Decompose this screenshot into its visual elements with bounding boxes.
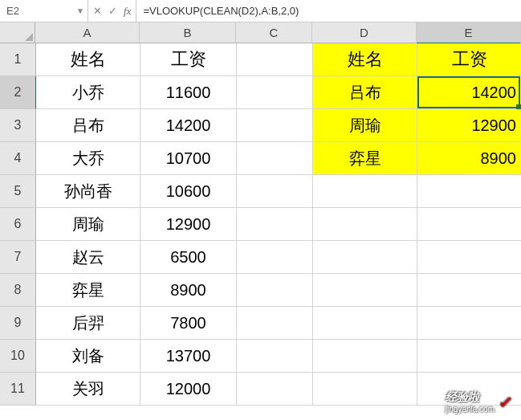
column-headers: A B C D E xyxy=(35,22,521,43)
cell-D11[interactable] xyxy=(313,373,417,406)
table-row: 周瑜 12900 xyxy=(36,208,521,241)
row-header-1[interactable]: 1 xyxy=(0,43,36,76)
name-box[interactable]: E2 ▼ xyxy=(0,0,88,22)
formula-text: =VLOOKUP(CLEAN(D2),A:B,2,0) xyxy=(143,5,299,17)
cell-B11[interactable]: 12000 xyxy=(140,373,237,406)
row-header-3[interactable]: 3 xyxy=(0,109,36,142)
cells-area[interactable]: 姓名 工资 姓名 工资 小乔 11600 吕布 14200 吕布 14200 周… xyxy=(36,43,521,406)
cell-A7[interactable]: 赵云 xyxy=(36,241,140,274)
formula-controls: ✕ ✓ fx xyxy=(88,0,136,22)
cell-D3[interactable]: 周瑜 xyxy=(313,109,417,142)
cell-B9[interactable]: 7800 xyxy=(140,307,237,340)
row-header-11[interactable]: 11 xyxy=(0,373,36,406)
name-box-dropdown-icon[interactable]: ▼ xyxy=(76,6,84,15)
select-all-corner[interactable] xyxy=(0,22,35,43)
formula-bar: E2 ▼ ✕ ✓ fx =VLOOKUP(CLEAN(D2),A:B,2,0) xyxy=(0,0,521,22)
cell-A3[interactable]: 吕布 xyxy=(36,109,140,142)
cell-B6[interactable]: 12900 xyxy=(140,208,237,241)
cell-C10[interactable] xyxy=(237,340,313,373)
row-header-9[interactable]: 9 xyxy=(0,307,36,340)
cell-A11[interactable]: 关羽 xyxy=(36,373,140,406)
cell-D2[interactable]: 吕布 xyxy=(313,76,417,109)
cell-A1[interactable]: 姓名 xyxy=(36,43,140,76)
watermark: 经验啦 jingyanla.com ✓ xyxy=(446,390,511,414)
row-headers: 1 2 3 4 5 6 7 8 9 10 11 xyxy=(0,43,36,406)
cell-D7[interactable] xyxy=(313,241,417,274)
cell-A5[interactable]: 孙尚香 xyxy=(36,175,140,208)
table-row: 后羿 7800 xyxy=(36,307,521,340)
cell-C7[interactable] xyxy=(237,241,313,274)
cell-E8[interactable] xyxy=(417,274,521,307)
table-row: 孙尚香 10600 xyxy=(36,175,521,208)
watermark-url: jingyanla.com xyxy=(446,405,495,414)
table-row: 赵云 6500 xyxy=(36,241,521,274)
formula-input[interactable]: =VLOOKUP(CLEAN(D2),A:B,2,0) xyxy=(136,0,521,22)
cell-C2[interactable] xyxy=(237,76,313,109)
cell-E5[interactable] xyxy=(417,175,521,208)
cell-E7[interactable] xyxy=(417,241,521,274)
cell-B7[interactable]: 6500 xyxy=(140,241,237,274)
corner-triangle-icon xyxy=(25,33,33,41)
row-header-8[interactable]: 8 xyxy=(0,274,36,307)
cell-B2[interactable]: 11600 xyxy=(140,76,237,109)
cell-A6[interactable]: 周瑜 xyxy=(36,208,140,241)
cell-B1[interactable]: 工资 xyxy=(140,43,237,76)
cell-D1[interactable]: 姓名 xyxy=(313,43,417,76)
name-box-value: E2 xyxy=(6,5,19,17)
cell-E10[interactable] xyxy=(417,340,521,373)
cell-C6[interactable] xyxy=(237,208,313,241)
cell-C11[interactable] xyxy=(237,373,313,406)
cell-D5[interactable] xyxy=(313,175,417,208)
cell-D9[interactable] xyxy=(313,307,417,340)
cell-E4[interactable]: 8900 xyxy=(417,142,521,175)
cell-E6[interactable] xyxy=(417,208,521,241)
cell-C9[interactable] xyxy=(237,307,313,340)
cell-B3[interactable]: 14200 xyxy=(140,109,237,142)
cell-A4[interactable]: 大乔 xyxy=(36,142,140,175)
col-header-D[interactable]: D xyxy=(312,22,417,43)
watermark-text: 经验啦 xyxy=(446,390,479,403)
cell-A10[interactable]: 刘备 xyxy=(36,340,140,373)
col-header-E[interactable]: E xyxy=(417,22,521,43)
cell-B4[interactable]: 10700 xyxy=(140,142,237,175)
confirm-icon[interactable]: ✓ xyxy=(108,5,117,17)
cell-C1[interactable] xyxy=(237,43,313,76)
cell-B8[interactable]: 8900 xyxy=(140,274,237,307)
cell-D6[interactable] xyxy=(313,208,417,241)
cell-D4[interactable]: 弈星 xyxy=(313,142,417,175)
cell-A9[interactable]: 后羿 xyxy=(36,307,140,340)
cell-E3[interactable]: 12900 xyxy=(417,109,521,142)
cell-E1[interactable]: 工资 xyxy=(417,43,521,76)
row-header-6[interactable]: 6 xyxy=(0,208,36,241)
cell-B5[interactable]: 10600 xyxy=(140,175,237,208)
cell-B10[interactable]: 13700 xyxy=(140,340,237,373)
row-header-10[interactable]: 10 xyxy=(0,340,36,373)
table-row: 刘备 13700 xyxy=(36,340,521,373)
table-row: 吕布 14200 周瑜 12900 xyxy=(36,109,521,142)
cell-D8[interactable] xyxy=(313,274,417,307)
fx-icon[interactable]: fx xyxy=(124,5,131,18)
row-header-7[interactable]: 7 xyxy=(0,241,36,274)
cell-D10[interactable] xyxy=(313,340,417,373)
cell-E9[interactable] xyxy=(417,307,521,340)
table-row: 姓名 工资 姓名 工资 xyxy=(36,43,521,76)
table-row: 小乔 11600 吕布 14200 xyxy=(36,76,521,109)
cell-C5[interactable] xyxy=(237,175,313,208)
cell-C8[interactable] xyxy=(237,274,313,307)
row-header-2[interactable]: 2 xyxy=(0,76,36,109)
cell-A2[interactable]: 小乔 xyxy=(36,76,140,109)
col-header-A[interactable]: A xyxy=(35,22,140,43)
col-header-B[interactable]: B xyxy=(140,22,236,43)
cancel-icon[interactable]: ✕ xyxy=(93,5,102,17)
col-header-C[interactable]: C xyxy=(236,22,312,43)
table-row: 大乔 10700 弈星 8900 xyxy=(36,142,521,175)
cell-C4[interactable] xyxy=(237,142,313,175)
cell-A8[interactable]: 弈星 xyxy=(36,274,140,307)
row-header-4[interactable]: 4 xyxy=(0,142,36,175)
cell-C3[interactable] xyxy=(237,109,313,142)
cell-E2[interactable]: 14200 xyxy=(417,76,521,109)
row-header-5[interactable]: 5 xyxy=(0,175,36,208)
check-icon: ✓ xyxy=(498,393,511,412)
table-row: 弈星 8900 xyxy=(36,274,521,307)
